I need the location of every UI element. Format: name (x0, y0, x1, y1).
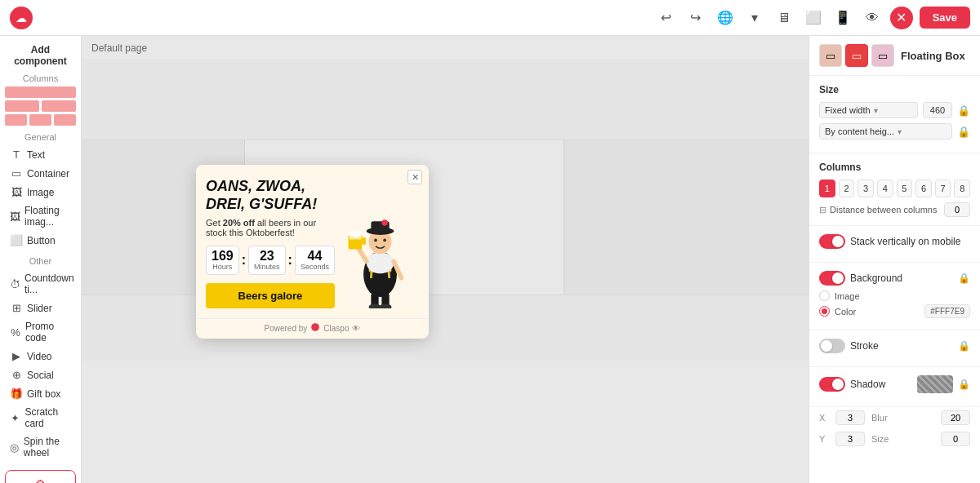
col-preview-full[interactable] (5, 86, 76, 98)
save-button[interactable]: Save (920, 7, 970, 29)
text-icon: T (10, 148, 23, 161)
sep-2: : (288, 253, 292, 268)
col-preview-third-2[interactable] (29, 114, 51, 126)
col-7-button[interactable]: 7 (935, 179, 951, 197)
redo-button[interactable]: ↪ (684, 7, 707, 29)
popup-inner: OANS, ZWOA, DREI, G'SUFFA! Get 20% off a… (196, 165, 429, 318)
social-icon: ⊕ (10, 369, 23, 381)
size-section: Size Fixed width ▾ 460 🔒 By content heig… (809, 76, 980, 153)
sidebar-item-slider-label: Slider (27, 303, 52, 314)
close-button[interactable]: ✕ (890, 7, 913, 29)
bg-toggle-row: Background 🔒 (819, 271, 970, 286)
canvas-section-mid (82, 140, 808, 295)
sep-1: : (242, 253, 246, 268)
col-3-button[interactable]: 3 (858, 179, 874, 197)
sidebar-item-gift-box[interactable]: 🎁 Gift box (5, 384, 76, 403)
preview-button[interactable]: 👁 (861, 7, 884, 29)
y-input[interactable]: 3 (835, 432, 865, 446)
popup-cta-button[interactable]: Beers galore (206, 283, 335, 308)
scratch-card-icon: ✦ (10, 412, 20, 424)
bg-lock-icon[interactable]: 🔒 (958, 273, 970, 284)
popup-title: OANS, ZWOA, DREI, G'SUFFA! (206, 178, 335, 213)
width-lock-icon[interactable]: 🔒 (957, 104, 970, 117)
rp-icon-group: ▭ ▭ ▭ (819, 44, 894, 67)
mobile-view-button[interactable]: 📱 (831, 7, 854, 29)
stroke-toggle-row: Stroke 🔒 (819, 339, 970, 353)
sidebar-item-scratch-card[interactable]: ✦ Scratch card (5, 403, 76, 432)
undo-button[interactable]: ↩ (655, 7, 678, 29)
bg-color-radio[interactable] (819, 306, 830, 317)
popup-modal[interactable]: ✕ OANS, ZWOA, DREI, G'SUFFA! Get 20% off… (196, 165, 429, 339)
bg-toggle[interactable] (819, 271, 845, 286)
stroke-toggle[interactable] (819, 339, 845, 353)
globe-dropdown-button[interactable]: ▾ (743, 7, 766, 29)
sidebar-item-social-label: Social (27, 370, 54, 381)
col-preview-half-1[interactable] (5, 100, 39, 112)
shadow-lock-icon[interactable]: 🔒 (958, 379, 970, 390)
col-preview-third-3[interactable] (54, 114, 76, 126)
rp-panel-title: Floating Box (901, 50, 965, 62)
col-8-button[interactable]: 8 (954, 179, 970, 197)
blur-input[interactable]: 20 (941, 410, 970, 425)
other-section-label: Other (5, 256, 76, 266)
sidebar-item-social[interactable]: ⊕ Social (5, 366, 76, 384)
size-input[interactable]: 0 (941, 432, 970, 446)
col-preview-half-2[interactable] (42, 100, 76, 112)
col-preview-third-1[interactable] (5, 114, 27, 126)
hours-box: 169 Hours (206, 246, 239, 275)
request-component-button[interactable]: ⚙ Request a component (5, 470, 76, 483)
seconds-label: Seconds (301, 263, 329, 271)
container-icon: ▭ (10, 167, 23, 179)
col-2-button[interactable]: 2 (839, 179, 855, 197)
rp-icon-box-3[interactable]: ▭ (871, 44, 894, 67)
sidebar-item-container[interactable]: ▭ Container (5, 164, 76, 183)
stroke-lock-icon[interactable]: 🔒 (958, 340, 970, 352)
tablet-view-button[interactable]: ⬜ (802, 7, 825, 29)
width-select[interactable]: Fixed width ▾ (819, 102, 918, 118)
shadow-toggle-knob (832, 379, 844, 390)
sidebar-item-image[interactable]: 🖼 Image (5, 183, 76, 202)
minutes-box: 23 Minutes (248, 246, 286, 275)
x-input[interactable]: 3 (835, 410, 865, 425)
globe-button[interactable]: 🌐 (714, 7, 737, 29)
sidebar-item-promo-code[interactable]: % Promo code (5, 317, 76, 347)
sidebar-item-button[interactable]: ⬜ Button (5, 231, 76, 250)
columns-grid: 1 2 3 4 5 6 7 8 (819, 179, 970, 197)
shadow-toggle[interactable] (819, 377, 845, 392)
sidebar-item-text[interactable]: T Text (5, 145, 76, 164)
bg-image-radio[interactable] (819, 290, 830, 301)
sidebar-item-slider[interactable]: ⊞ Slider (5, 299, 76, 317)
popup-subtitle: Get 20% off all beers in our stock this … (206, 218, 335, 237)
sidebar-item-spin-wheel[interactable]: ◎ Spin the wheel (5, 432, 76, 462)
shadow-toggle-row: Shadow 🔒 (819, 375, 970, 393)
rp-icon-box-1[interactable]: ▭ (819, 44, 842, 67)
sidebar-item-floating-image[interactable]: 🖼 Floating imag... (5, 202, 76, 231)
request-icon: ⚙ (11, 477, 70, 483)
rp-icon-box-2[interactable]: ▭ (845, 44, 868, 67)
svg-point-19 (368, 304, 381, 309)
height-lock-icon[interactable]: 🔒 (957, 126, 970, 138)
height-select[interactable]: By content heig... ▾ (819, 123, 952, 140)
column-preview-full-row (5, 86, 76, 98)
oktoberfest-figure (341, 202, 419, 308)
sidebar-item-promo-code-label: Promo code (25, 321, 71, 343)
col-5-button[interactable]: 5 (897, 179, 913, 197)
col-1-button[interactable]: 1 (819, 179, 835, 197)
right-panel: ▭ ▭ ▭ Floating Box Size Fixed width ▾ 46… (808, 36, 980, 483)
distance-value[interactable]: 0 (944, 202, 970, 217)
bg-color-swatch[interactable]: #FFF7E9 (924, 304, 970, 318)
desktop-view-button[interactable]: 🖥 (773, 7, 795, 29)
col-6-button[interactable]: 6 (915, 179, 932, 197)
col-4-button[interactable]: 4 (877, 179, 893, 197)
sidebar-item-countdown[interactable]: ⏱ Countdown ti... (5, 269, 76, 299)
breadcrumb: Default page (91, 42, 147, 54)
height-chevron-icon: ▾ (898, 127, 902, 136)
sidebar-item-image-label: Image (27, 187, 54, 198)
stack-toggle[interactable] (819, 234, 845, 249)
powered-by-text: Powered by (265, 324, 308, 333)
width-value[interactable]: 460 (923, 102, 952, 118)
sidebar-item-video[interactable]: ▶ Video (5, 347, 76, 366)
canvas-area[interactable]: Default page ✕ OANS, ZWOA, DREI, G'SUFFA… (82, 36, 808, 483)
popup-close-button[interactable]: ✕ (408, 170, 422, 184)
bg-color-radio-dot (822, 308, 827, 314)
